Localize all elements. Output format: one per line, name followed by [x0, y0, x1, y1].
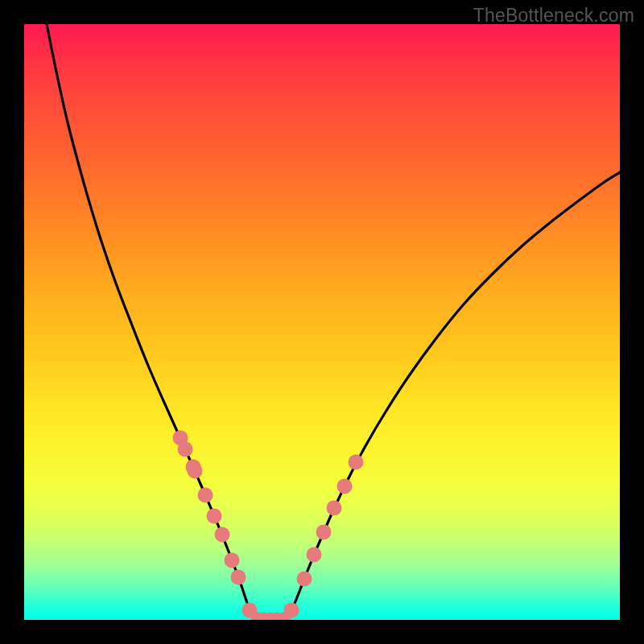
svg-point-7 — [225, 553, 240, 568]
svg-point-21 — [349, 455, 364, 470]
svg-point-5 — [207, 509, 222, 524]
bottleneck-curves — [47, 24, 620, 620]
svg-point-20 — [337, 479, 353, 494]
chart-svg — [24, 24, 620, 620]
svg-point-18 — [316, 525, 332, 540]
scatter-dots — [173, 431, 364, 621]
svg-point-16 — [297, 572, 312, 587]
svg-point-15 — [284, 603, 299, 618]
svg-point-17 — [307, 547, 322, 563]
svg-point-3 — [188, 464, 203, 479]
svg-point-1 — [178, 442, 193, 457]
svg-point-8 — [231, 570, 246, 585]
svg-point-6 — [215, 527, 230, 543]
svg-point-19 — [327, 501, 342, 516]
chart-frame: TheBottleneck.com — [0, 0, 644, 644]
plot-area — [24, 24, 620, 620]
svg-point-4 — [198, 488, 213, 503]
watermark-text: TheBottleneck.com — [473, 5, 634, 27]
